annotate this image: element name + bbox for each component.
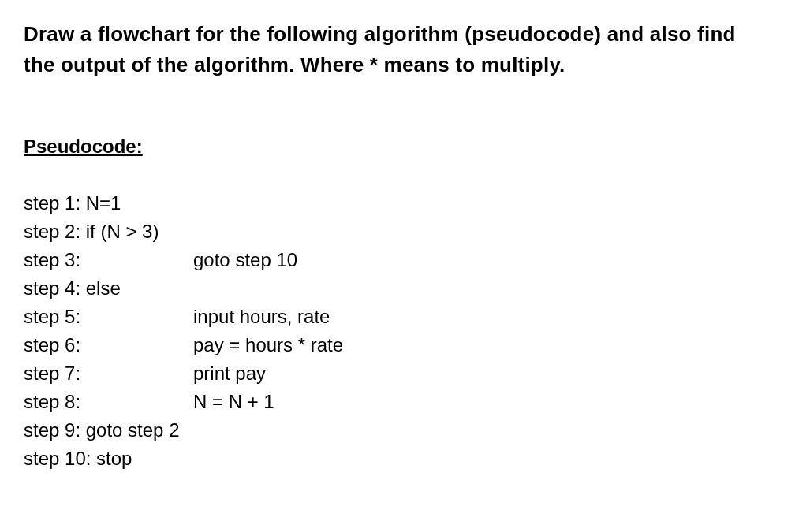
step-body: pay = hours * rate [193, 331, 771, 359]
step-label: step 8: [24, 388, 193, 416]
pseudocode-steps: step 1: N=1 step 2: if (N > 3) step 3: g… [24, 189, 771, 473]
pseudocode-heading: Pseudocode: [24, 136, 771, 158]
step-body: goto step 10 [193, 246, 771, 274]
step-label: step 10: stop [24, 445, 193, 473]
step-body [193, 445, 771, 473]
document-page: Draw a flowchart for the following algor… [0, 0, 795, 473]
step-label: step 5: [24, 303, 193, 331]
step-body [193, 416, 771, 445]
step-row: step 10: stop [24, 445, 771, 473]
step-body [193, 189, 771, 218]
step-row: step 2: if (N > 3) [24, 218, 771, 246]
step-label: step 7: [24, 359, 193, 388]
step-row: step 1: N=1 [24, 189, 771, 218]
step-body: input hours, rate [193, 303, 771, 331]
step-row: step 7: print pay [24, 359, 771, 388]
step-label: step 9: goto step 2 [24, 416, 193, 445]
step-label: step 3: [24, 246, 193, 274]
step-row: step 8: N = N + 1 [24, 388, 771, 416]
step-body [193, 218, 771, 246]
step-row: step 5: input hours, rate [24, 303, 771, 331]
step-row: step 4: else [24, 274, 771, 303]
step-label: step 6: [24, 331, 193, 359]
step-label: step 1: N=1 [24, 189, 193, 218]
step-label: step 2: if (N > 3) [24, 218, 193, 246]
step-body: N = N + 1 [193, 388, 771, 416]
step-row: step 3: goto step 10 [24, 246, 771, 274]
step-body: print pay [193, 359, 771, 388]
prompt-title: Draw a flowchart for the following algor… [24, 19, 771, 80]
step-row: step 9: goto step 2 [24, 416, 771, 445]
step-label: step 4: else [24, 274, 193, 303]
step-body [193, 274, 771, 303]
step-row: step 6: pay = hours * rate [24, 331, 771, 359]
